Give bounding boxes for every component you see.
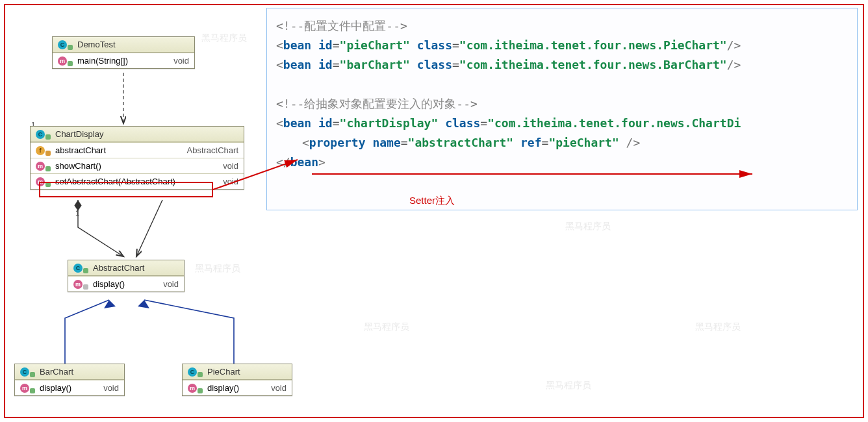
class-name: BarChart — [40, 367, 73, 377]
code-line: </bean> — [276, 153, 848, 172]
class-bar-chart: BarChart display() void — [14, 364, 125, 396]
method-icon — [36, 162, 45, 171]
class-icon — [73, 264, 83, 273]
sub-icon — [83, 268, 88, 273]
watermark: 黑马程序员 — [565, 221, 611, 232]
class-demo-test: DemoTest main(String[]) void — [52, 36, 195, 69]
watermark: 黑马程序员 — [364, 321, 409, 333]
class-icon — [58, 40, 67, 49]
watermark: 黑马程序员 — [695, 321, 741, 333]
class-pie-chart: PieChart display() void — [182, 364, 292, 396]
close-tag: bean — [290, 155, 318, 169]
class-name: PieChart — [207, 367, 240, 377]
member-ret: void — [164, 56, 189, 66]
sub-icon — [45, 182, 51, 187]
class-name: AbstractChart — [93, 263, 144, 273]
code-line: <bean id="chartDisplay" class="com.ithei… — [276, 114, 848, 133]
member-ret: void — [154, 279, 179, 289]
code-line: <bean id="pieChart" class="com.itheima.t… — [276, 36, 848, 55]
bean-id: pieChart — [346, 38, 403, 52]
bean-id: chartDisplay — [346, 116, 431, 130]
sub-icon — [198, 372, 203, 377]
method-icon — [36, 177, 45, 186]
sub-icon — [30, 388, 35, 393]
watermark: 黑马程序员 — [546, 380, 591, 391]
class-name: ChartDisplay — [55, 129, 103, 139]
class-abstract-chart: AbstractChart display() void — [68, 260, 185, 292]
sub-icon — [83, 284, 88, 290]
member-ret: void — [214, 177, 238, 186]
sub-icon — [68, 61, 73, 66]
member-sig: display() — [40, 383, 71, 393]
class-icon — [20, 367, 29, 377]
member-sig: setAbstractChart(AbstractChart) — [55, 177, 175, 186]
sub-icon — [68, 45, 73, 50]
code-line: <!--配置文件中配置--> — [276, 16, 848, 36]
sub-icon — [30, 372, 35, 377]
method-icon — [20, 384, 29, 393]
multiplicity: 1 — [75, 209, 79, 217]
sub-icon — [45, 151, 51, 156]
bean-class: com.itheima.tenet.four.news.ChartDi — [494, 116, 741, 130]
comment-text: !--给抽象对象配置要注入的对象-- — [283, 97, 470, 110]
property-name: abstractChart — [415, 136, 506, 149]
code-line: <property name="abstractChart" ref="pieC… — [276, 133, 848, 153]
member-ret: void — [94, 383, 119, 393]
member-ret: void — [262, 383, 287, 393]
sub-icon — [198, 388, 203, 393]
sub-icon — [45, 166, 51, 171]
member-ret: AbstractChart — [178, 145, 238, 155]
bean-id: barChart — [346, 58, 403, 71]
sub-icon — [45, 134, 51, 140]
class-chart-display: ChartDisplay abstractChart AbstractChart… — [30, 126, 244, 190]
member-ret: void — [214, 161, 238, 171]
xml-config-panel: <!--配置文件中配置--> <bean id="pieChart" class… — [266, 8, 858, 210]
class-icon — [36, 130, 45, 139]
member-sig: main(String[]) — [77, 56, 128, 66]
bean-class: com.itheima.tenet.four.news.PieChart — [466, 38, 720, 52]
member-sig: display() — [207, 383, 239, 393]
class-icon — [188, 367, 197, 377]
watermark: 黑马程序员 — [195, 263, 240, 275]
method-icon — [73, 280, 83, 289]
code-line: <bean id="barChart" class="com.itheima.t… — [276, 55, 848, 75]
member-sig: abstractChart — [55, 145, 106, 155]
method-icon — [188, 384, 197, 393]
setter-annotation: Setter注入 — [409, 195, 455, 207]
watermark: 黑马程序员 — [201, 32, 247, 44]
comment-text: !--配置文件中配置-- — [283, 19, 400, 32]
field-icon — [36, 146, 45, 155]
class-name: DemoTest — [77, 40, 116, 49]
property-ref: pieChart — [555, 136, 612, 149]
bean-class: com.itheima.tenet.four.news.BarChart — [466, 58, 720, 71]
member-sig: showChart() — [55, 161, 101, 171]
code-line: <!--给抽象对象配置要注入的对象--> — [276, 94, 848, 114]
method-icon — [58, 56, 67, 66]
member-sig: display() — [93, 279, 125, 289]
